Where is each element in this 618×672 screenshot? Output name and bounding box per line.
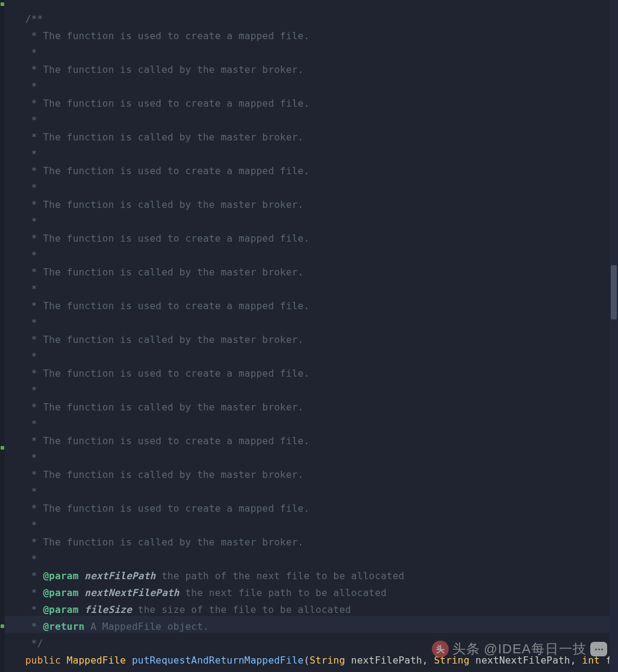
javadoc-line: * The function is called by the master b… (25, 536, 304, 548)
javadoc-return-tag: @return (43, 621, 85, 632)
javadoc-line: * The function is called by the master b… (25, 131, 304, 143)
javadoc-line: * (25, 452, 37, 463)
javadoc-line: * (25, 148, 37, 160)
javadoc-open: /** (25, 13, 43, 25)
javadoc-line: * The function is used to create a mappe… (25, 30, 310, 42)
javadoc-close: */ (25, 638, 43, 649)
javadoc-param-name: fileSize (84, 604, 132, 615)
javadoc-param-tag: @param (43, 570, 79, 582)
javadoc-line: * (25, 553, 37, 565)
gutter-marker (1, 446, 4, 450)
javadoc-line: * The function is used to create a mappe… (25, 300, 310, 312)
javadoc-star: * (25, 570, 43, 582)
wechat-icon (590, 642, 607, 656)
javadoc-line: * The function is called by the master b… (25, 266, 304, 278)
javadoc-line: * (25, 250, 37, 261)
watermark-prefix: 头条 (452, 641, 480, 658)
javadoc-line: * (25, 283, 37, 295)
javadoc-line: * The function is used to create a mappe… (25, 233, 310, 244)
javadoc-param-name: nextNextFilePath (84, 587, 179, 598)
javadoc-line: * The function is called by the master b… (25, 334, 304, 345)
javadoc-param-tag: @param (43, 587, 79, 598)
scrollbar-thumb[interactable] (611, 265, 617, 319)
javadoc-param-name: nextFilePath (84, 570, 155, 582)
javadoc-star: * (25, 621, 43, 632)
param-name: nextFilePath (345, 655, 422, 666)
code-editor-content[interactable]: /** * The function is used to create a m… (25, 11, 618, 669)
javadoc-line: * (25, 486, 37, 497)
javadoc-line: * (25, 317, 37, 328)
javadoc-line: * (25, 520, 37, 531)
gutter-marker (1, 624, 4, 628)
javadoc-line: * (25, 81, 37, 92)
method-name: putRequestAndReturnMappedFile (132, 655, 304, 666)
javadoc-line: * (25, 418, 37, 430)
watermark: 头 头条 @IDEA每日一技 (432, 641, 607, 658)
javadoc-line: * The function is used to create a mappe… (25, 503, 310, 514)
javadoc-line: * The function is used to create a mappe… (25, 98, 310, 109)
gutter-marker (1, 2, 4, 6)
javadoc-line: * (25, 47, 37, 58)
javadoc-line: * (25, 182, 37, 193)
javadoc-line: * (25, 216, 37, 227)
vertical-scrollbar[interactable] (610, 0, 618, 672)
javadoc-return-desc: A MappedFile object. (84, 621, 209, 632)
javadoc-line: * (25, 115, 37, 126)
javadoc-line: * The function is used to create a mappe… (25, 368, 310, 379)
javadoc-line: * (25, 351, 37, 362)
javadoc-line: * The function is called by the master b… (25, 199, 304, 210)
javadoc-param-desc: the path of the next file to be allocate… (155, 570, 404, 582)
javadoc-line: * The function is used to create a mappe… (25, 435, 310, 447)
javadoc-star: * (25, 604, 43, 615)
javadoc-line: * The function is called by the master b… (25, 64, 304, 75)
javadoc-line: * (25, 385, 37, 396)
javadoc-param-desc: the size of the file to be allocated (132, 604, 351, 615)
editor-gutter (0, 0, 5, 672)
param-type: String (310, 655, 345, 666)
javadoc-star: * (25, 587, 43, 598)
toutiao-icon: 头 (432, 641, 449, 658)
keyword-public: public (25, 655, 61, 666)
watermark-handle: @IDEA每日一技 (484, 641, 587, 658)
javadoc-line: * The function is called by the master b… (25, 469, 304, 480)
paren-open: ( (304, 655, 310, 666)
javadoc-param-tag: @param (43, 604, 79, 615)
javadoc-line: * The function is called by the master b… (25, 401, 304, 413)
javadoc-param-desc: the next file path to be allocated (179, 587, 387, 598)
return-type: MappedFile (67, 655, 126, 666)
javadoc-line: * The function is used to create a mappe… (25, 165, 310, 177)
